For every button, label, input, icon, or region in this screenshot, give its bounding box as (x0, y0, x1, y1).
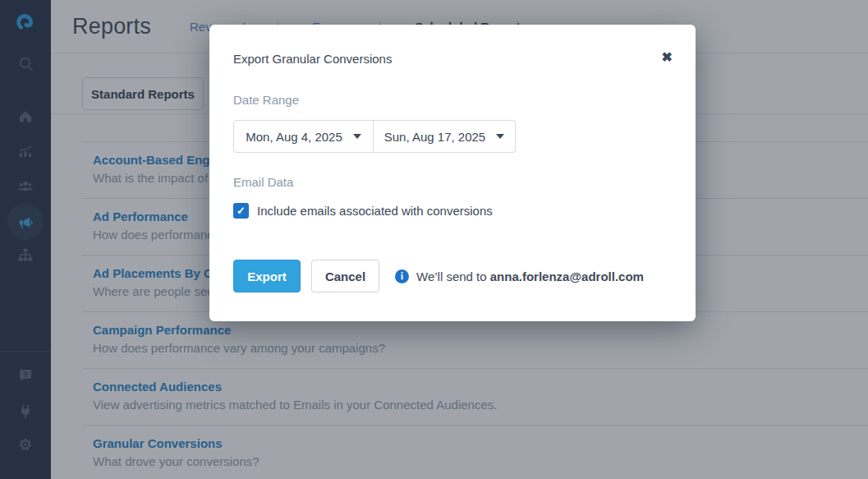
start-date-value: Mon, Aug 4, 2025 (246, 130, 342, 144)
export-button[interactable]: Export (233, 260, 301, 292)
send-note-email: anna.forlenza@adroll.com (490, 269, 644, 283)
include-emails-checkbox-row[interactable]: ✓ Include emails associated with convers… (233, 203, 672, 219)
checkbox-checked-icon[interactable]: ✓ (233, 203, 249, 219)
modal-title: Export Granular Conversions (233, 52, 672, 67)
app-window: ? Reports Revenue Impact Engagement Sche… (0, 0, 868, 479)
date-range-label: Date Range (233, 94, 672, 106)
cancel-button[interactable]: Cancel (311, 260, 379, 292)
close-icon[interactable]: ✖ (660, 49, 674, 66)
modal-footer: Export Cancel i We’ll send to anna.forle… (233, 260, 672, 292)
email-data-label: Email Data (233, 176, 672, 188)
checkbox-label: Include emails associated with conversio… (257, 204, 493, 218)
send-note-prefix: We’ll send to (416, 269, 490, 283)
send-note-text: We’ll send to anna.forlenza@adroll.com (416, 269, 644, 283)
send-note: i We’ll send to anna.forlenza@adroll.com (395, 269, 644, 283)
chevron-down-icon (496, 134, 504, 139)
end-date-dropdown[interactable]: Sun, Aug 17, 2025 (374, 120, 516, 153)
info-circle-icon: i (395, 269, 409, 283)
export-granular-conversions-modal: ✖ Export Granular Conversions Date Range… (209, 25, 696, 321)
chevron-down-icon (353, 134, 361, 139)
date-range-picker: Mon, Aug 4, 2025 Sun, Aug 17, 2025 (233, 120, 672, 153)
end-date-value: Sun, Aug 17, 2025 (384, 130, 485, 144)
start-date-dropdown[interactable]: Mon, Aug 4, 2025 (233, 120, 374, 153)
